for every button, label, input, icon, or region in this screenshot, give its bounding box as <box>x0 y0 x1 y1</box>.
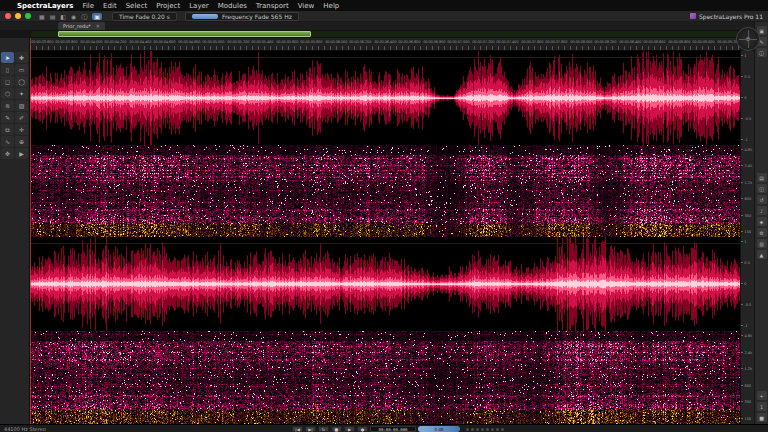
spectrum-panel-icon[interactable]: ▲ <box>757 250 767 259</box>
layers-panel-icon[interactable]: ▤ <box>757 173 767 182</box>
scale-label: 4.8k <box>744 147 752 152</box>
zoom-in-icon[interactable]: + <box>757 391 767 400</box>
frequency-selection-tool[interactable]: ▭ <box>15 64 28 75</box>
timeline-overview-bar[interactable] <box>30 30 740 38</box>
zoom-window-button[interactable] <box>25 13 31 19</box>
navigation-wheel[interactable] <box>736 27 760 51</box>
scale-label: 600 <box>744 196 751 201</box>
amplify-tool[interactable]: ∿ <box>1 136 14 147</box>
play-from-start-button[interactable]: ▶| <box>305 426 316 432</box>
menu-help[interactable]: Help <box>323 2 339 10</box>
waveform-band-left[interactable] <box>30 51 740 145</box>
clone-stamp-tool[interactable]: ⧉ <box>1 124 14 135</box>
playback-tool[interactable]: ▶ <box>15 148 28 159</box>
audio-panel-icon[interactable]: ♪ <box>757 206 767 215</box>
menu-transport[interactable]: Transport <box>256 2 289 10</box>
tool-sidebar: ➤✚▯▭◻◯⬡✦≋▨✎✐⧉✛∿⊕✥▶ <box>0 38 30 424</box>
scale-tick <box>741 149 743 150</box>
ruler-timestamp: 00:00:08.600 <box>643 39 665 44</box>
magic-wand-tool[interactable]: ✦ <box>15 88 28 99</box>
app-menu[interactable]: SpectraLayers <box>17 2 73 10</box>
menu-select[interactable]: Select <box>126 2 148 10</box>
macos-menu-bar: SpectraLayers FileEditSelectProjectLayer… <box>0 0 768 11</box>
ruler-timestamp: 00:00:05.200 <box>227 39 249 44</box>
move-tool[interactable]: ✚ <box>15 52 28 63</box>
layer-number-badge[interactable]: 1 <box>757 402 767 411</box>
waveform-display-right-channel[interactable] <box>30 237 740 331</box>
document-tab[interactable]: Prior_redu* ✕ <box>58 22 105 30</box>
close-window-button[interactable] <box>5 13 11 19</box>
scale-label: 2.4k <box>744 350 752 355</box>
menu-layer[interactable]: Layer <box>189 2 209 10</box>
spectrogram-band-left[interactable] <box>30 145 740 237</box>
record-button[interactable]: ● <box>357 426 368 432</box>
tab-close-icon[interactable]: ✕ <box>96 23 100 29</box>
lasso-selection-tool[interactable]: ⬡ <box>1 88 14 99</box>
speaker-icon[interactable]: ◧ <box>60 13 66 20</box>
scale-tick <box>741 325 743 326</box>
scale-tick <box>741 198 743 199</box>
overview-viewport-handle[interactable] <box>58 31 311 37</box>
scale-label: 300 <box>744 400 751 405</box>
menu-file[interactable]: File <box>82 2 94 10</box>
menu-project[interactable]: Project <box>156 2 180 10</box>
heal-tool[interactable]: ✛ <box>15 124 28 135</box>
time-selection-tool[interactable]: ▯ <box>1 64 14 75</box>
save-icon[interactable]: ▤ <box>50 13 56 20</box>
ruler-timestamp: 00:00:08.400 <box>619 39 641 44</box>
clip-marker-line <box>30 243 740 244</box>
frequency-fade-field[interactable]: Frequency Fade 565 Hz <box>185 12 299 21</box>
brush-tool[interactable]: ✐ <box>15 112 28 123</box>
zoom-tool[interactable]: ⊕ <box>15 136 28 147</box>
transform-tool[interactable]: ➤ <box>1 52 14 63</box>
stop-button[interactable]: ■ <box>331 426 342 432</box>
menu-modules[interactable]: Modules <box>218 2 247 10</box>
panel-info-icon[interactable]: ⓘ <box>757 48 767 57</box>
ruler-timestamp: 00:00:08.000 <box>570 39 592 44</box>
stop-display-icon[interactable]: ■ <box>757 413 767 422</box>
output-level-meter[interactable]: 0 dB <box>418 426 460 432</box>
scale-label: 0.5 <box>744 260 750 265</box>
active-tool-icon[interactable]: ▣ <box>92 13 102 20</box>
display-grid-icon[interactable]: ▦ <box>39 13 45 20</box>
loop-button[interactable]: ↻ <box>318 426 329 432</box>
info-icon[interactable]: ⓘ <box>81 13 87 20</box>
meter-panel-icon[interactable]: ▥ <box>757 239 767 248</box>
snapshot-icon[interactable]: ◉ <box>71 13 76 20</box>
playback-time-display[interactable]: 00:00:00.000 <box>370 426 416 432</box>
scale-label: -1 <box>744 323 748 328</box>
markers-panel-icon[interactable]: ◈ <box>757 217 767 226</box>
minimize-window-button[interactable] <box>15 13 21 19</box>
pencil-tool[interactable]: ✎ <box>1 112 14 123</box>
scale-tick <box>741 304 743 305</box>
settings-panel-icon[interactable]: ⚙ <box>757 228 767 237</box>
history-panel-icon[interactable]: ↺ <box>757 195 767 204</box>
time-fade-field[interactable]: Time Fade 0.20 s <box>112 12 177 21</box>
spectrogram-display-left-channel[interactable] <box>30 145 740 237</box>
menu-edit[interactable]: Edit <box>103 2 117 10</box>
scale-label: 1.2k <box>744 180 752 185</box>
app-logo-icon <box>690 13 696 19</box>
channels-panel-icon[interactable]: ◫ <box>757 184 767 193</box>
waveform-display-left-channel[interactable] <box>30 51 740 145</box>
go-to-start-button[interactable]: |◀ <box>292 426 303 432</box>
spectrogram-band-right[interactable] <box>30 331 740 424</box>
menu-view[interactable]: View <box>298 2 315 10</box>
play-button[interactable]: ▶ <box>344 426 355 432</box>
time-ruler[interactable]: 00:00:03.60000:00:03.80000:00:04.00000:0… <box>30 38 740 51</box>
playhead-cursor[interactable] <box>30 38 31 424</box>
scale-tick <box>741 97 743 98</box>
ruler-timestamp: 00:00:07.200 <box>472 39 494 44</box>
scale-tick <box>741 231 743 232</box>
ellipse-selection-tool[interactable]: ◯ <box>15 76 28 87</box>
eraser-tool[interactable]: ▨ <box>15 100 28 111</box>
frequency-scale-left: 4.8k2.4k1.2k600300150 <box>741 145 755 237</box>
rectangle-selection-tool[interactable]: ◻ <box>1 76 14 87</box>
harmonic-selection-tool[interactable]: ≋ <box>1 100 14 111</box>
spectrogram-display-right-channel[interactable] <box>30 331 740 424</box>
frequency-fade-slider[interactable] <box>192 14 218 19</box>
scale-tick <box>741 165 743 166</box>
hand-tool[interactable]: ✥ <box>1 148 14 159</box>
waveform-band-right[interactable] <box>30 237 740 331</box>
ruler-timestamp: 00:00:06.600 <box>398 39 420 44</box>
